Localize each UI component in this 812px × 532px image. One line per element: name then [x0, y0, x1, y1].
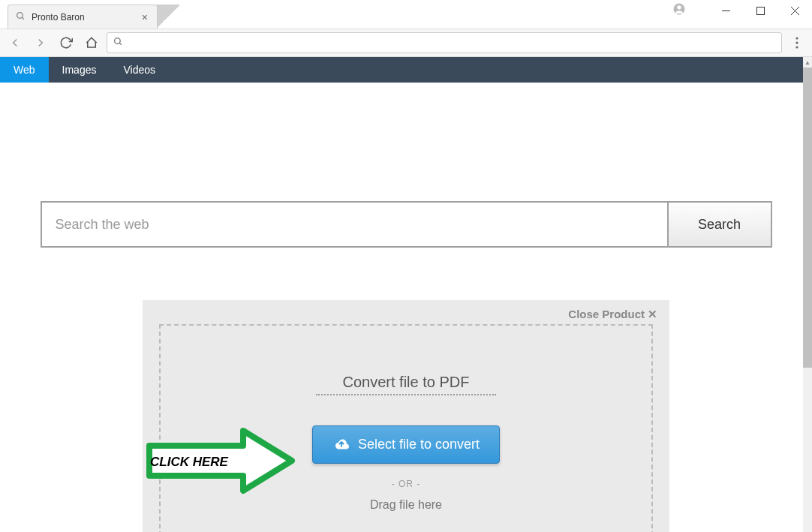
svg-point-10 [795, 37, 798, 39]
svg-point-8 [115, 38, 121, 44]
drag-hint: Drag file here [176, 498, 636, 512]
select-file-label: Select file to convert [358, 437, 480, 452]
url-input[interactable] [128, 38, 775, 49]
title-underline [316, 394, 496, 395]
search-icon [113, 36, 123, 50]
search-icon [16, 11, 26, 24]
svg-rect-3 [756, 7, 764, 14]
svg-point-11 [795, 41, 798, 44]
close-product-label: Close Product [568, 308, 645, 320]
click-here-text: CLICK HERE [150, 455, 228, 470]
back-button [5, 32, 26, 53]
scrollbar[interactable]: ▲ [803, 57, 812, 532]
scroll-up-icon[interactable]: ▲ [803, 57, 812, 68]
tab-shape-trail [157, 5, 179, 29]
convert-title: Convert file to PDF [343, 374, 470, 391]
close-window-button[interactable] [777, 0, 812, 21]
user-account-icon[interactable] [672, 2, 686, 19]
close-icon: ✕ [648, 308, 657, 320]
browser-tab[interactable]: Pronto Baron × [8, 5, 158, 29]
svg-point-12 [795, 46, 798, 48]
svg-line-7 [22, 17, 24, 20]
url-omnibox[interactable] [107, 32, 782, 53]
search-input[interactable] [41, 201, 667, 248]
address-bar [0, 29, 812, 57]
select-file-button[interactable]: Select file to convert [312, 425, 500, 464]
forward-button [30, 32, 51, 53]
minimize-button[interactable] [708, 0, 743, 21]
svg-point-6 [17, 12, 23, 18]
close-tab-icon[interactable]: × [140, 10, 149, 25]
tab-title: Pronto Baron [32, 12, 140, 23]
site-nav-tabs: Web Images Videos [0, 57, 803, 83]
svg-point-1 [677, 5, 681, 9]
drop-zone[interactable]: Convert file to PDF Select file to conve… [159, 324, 653, 532]
reload-button[interactable] [56, 32, 77, 53]
pdf-converter-widget: Close Product✕ Convert file to PDF Selec… [143, 300, 669, 532]
close-product-link[interactable]: Close Product✕ [143, 308, 669, 324]
maximize-button[interactable] [743, 0, 777, 21]
search-button[interactable]: Search [667, 201, 772, 248]
scrollbar-thumb[interactable] [803, 68, 812, 368]
svg-line-9 [119, 43, 122, 45]
cloud-upload-icon [332, 435, 350, 454]
tab-videos[interactable]: Videos [110, 57, 169, 83]
tab-web[interactable]: Web [0, 57, 49, 83]
tab-images[interactable]: Images [49, 57, 110, 83]
home-button[interactable] [81, 32, 102, 53]
browser-menu-button[interactable] [786, 32, 807, 53]
click-here-annotation: CLICK HERE [146, 423, 296, 498]
